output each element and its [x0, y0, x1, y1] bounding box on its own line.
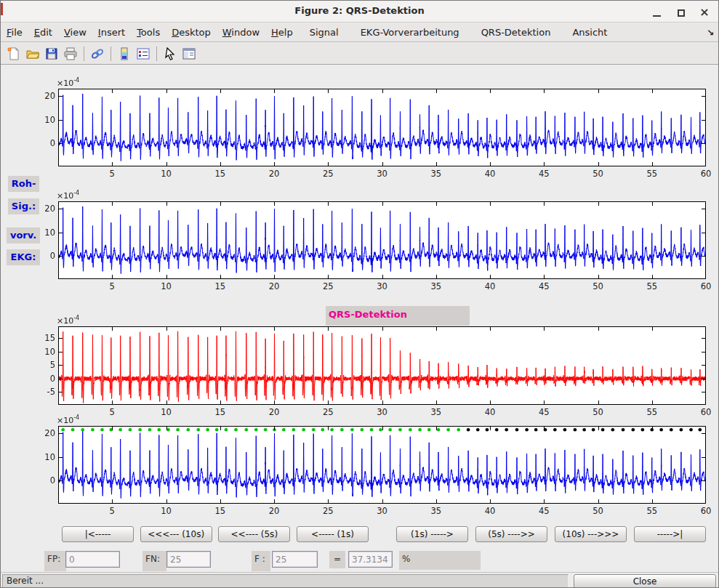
x-tick-label: 15	[209, 169, 231, 179]
x-tick-label: 45	[533, 506, 555, 516]
x-tick-label: 15	[209, 506, 231, 516]
back-10s-button[interactable]: <<<--- (10s)	[140, 526, 212, 542]
y-tick-label: 5	[35, 360, 55, 370]
menu-item-window[interactable]: Window	[217, 23, 265, 42]
toolbar-separator	[156, 47, 157, 61]
menu-item-view[interactable]: View	[58, 23, 92, 42]
x-tick-label: 50	[587, 169, 609, 179]
x-tick-label: 20	[263, 407, 285, 417]
x-tick-label: 45	[533, 407, 555, 417]
fwd-5s-button[interactable]: (5s) ---->>	[475, 526, 547, 542]
menu-item-tools[interactable]: Tools	[131, 23, 166, 42]
minimize-button[interactable]	[647, 6, 666, 18]
menu-item-qrs-detektion[interactable]: QRS-Detektion	[470, 23, 562, 42]
y-axis-exponent-label: ×10-4	[57, 77, 79, 88]
x-tick-label: 20	[263, 506, 285, 516]
y-tick-label: 0	[35, 251, 55, 261]
y-tick-label: 15	[35, 333, 55, 343]
x-tick-label: 35	[425, 169, 447, 179]
x-tick-label: 55	[641, 281, 663, 291]
y-tick-label: 20	[35, 91, 55, 101]
x-tick-label: 5	[101, 281, 123, 291]
x-tick-label: 10	[156, 281, 177, 291]
x-tick-label: 55	[641, 169, 663, 179]
titlebar: Figure 2: QRS-Detektion ×	[1, 1, 718, 23]
preprocessed-ecg-plot-container: 5101520253035404550556020100×10-4	[58, 201, 706, 294]
maximize-button[interactable]	[672, 6, 691, 18]
menubar: FileEditViewInsertToolsDesktopWindowHelp…	[1, 23, 718, 42]
y-tick-label: 10	[35, 227, 55, 238]
insert-legend-icon[interactable]	[134, 45, 152, 63]
menu-item-help[interactable]: Help	[265, 23, 299, 42]
insert-colorbar-icon[interactable]	[116, 45, 133, 63]
y-tick-label: 0	[35, 138, 55, 148]
ratio-input[interactable]	[348, 551, 393, 568]
x-tick-label: 25	[317, 407, 339, 417]
fn-input[interactable]	[166, 551, 211, 568]
x-tick-label: 15	[209, 281, 231, 291]
y-tick-label: 0	[35, 374, 55, 384]
f-input[interactable]	[272, 551, 318, 568]
menu-item-signal[interactable]: Signal	[299, 23, 350, 42]
back-1s-button[interactable]: <----- (1s)	[297, 526, 369, 542]
menu-item-edit[interactable]: Edit	[28, 23, 58, 42]
menu-item-insert[interactable]: Insert	[92, 23, 131, 42]
nav-buttons-left-group: |<-----<<<--- (10s)<<---- (5s)<----- (1s…	[62, 526, 369, 542]
x-tick-label: 50	[587, 281, 609, 291]
back-5s-button[interactable]: <<---- (5s)	[218, 526, 290, 542]
nav-buttons-right-group: (1s) ----->(5s) ---->>(10s) --->>>----->…	[396, 526, 706, 542]
detection-result-plot-container: 5101520253035404550556020100×10-4	[58, 426, 706, 518]
x-tick-label: 10	[156, 169, 177, 179]
percent-label: %	[399, 551, 481, 570]
close-button[interactable]: Close	[574, 574, 716, 588]
fp-input[interactable]	[65, 551, 120, 568]
y-axis-exponent-label: ×10-4	[57, 190, 79, 201]
minimize-icon	[653, 15, 661, 17]
fn-label: FN:	[142, 551, 166, 571]
print-figure-icon[interactable]	[62, 45, 79, 63]
x-tick-label: 55	[641, 506, 663, 516]
x-tick-label: 5	[101, 169, 123, 179]
equals-label: =	[329, 551, 345, 568]
y-tick-label: 10	[35, 347, 55, 357]
x-tick-label: 40	[479, 407, 501, 417]
close-window-button[interactable]: ×	[695, 6, 714, 18]
detection-result-plot	[58, 426, 706, 504]
link-plot-icon[interactable]	[89, 45, 106, 63]
x-tick-label: 45	[533, 281, 555, 291]
f-label: F :	[252, 551, 270, 571]
y-axis-exponent-label: ×10-4	[57, 315, 79, 326]
window-title: Figure 2: QRS-Detektion	[1, 5, 718, 16]
toolbar-separator	[84, 47, 84, 61]
menu-item-ansicht[interactable]: Ansicht	[561, 23, 618, 42]
x-tick-label: 30	[371, 407, 393, 417]
menu-overflow-icon[interactable]: ↘	[707, 23, 714, 42]
x-tick-label: 40	[479, 281, 501, 291]
edit-plot-icon[interactable]	[161, 45, 179, 63]
menu-item-file[interactable]: File	[1, 23, 28, 42]
x-tick-label: 25	[317, 169, 339, 179]
fwd-10s-button[interactable]: (10s) --->>>	[555, 526, 627, 542]
x-tick-label: 25	[317, 281, 339, 291]
save-figure-icon[interactable]	[43, 45, 60, 63]
toolbar	[1, 43, 718, 65]
menu-item-ekg-vorverarbeitung[interactable]: EKG-Vorverarbeitung	[350, 23, 470, 42]
x-tick-label: 55	[641, 407, 663, 417]
figure-window: Figure 2: QRS-Detektion × FileEditViewIn…	[0, 0, 719, 588]
go-start-button[interactable]: |<-----	[62, 526, 134, 542]
x-tick-label: 40	[479, 506, 501, 516]
menu-item-desktop[interactable]: Desktop	[166, 23, 217, 42]
x-tick-label: 30	[371, 169, 393, 179]
raw-signal-label-line1: Roh-	[8, 176, 39, 192]
go-end-button[interactable]: ----->|	[634, 526, 706, 542]
new-figure-icon[interactable]	[5, 45, 23, 63]
open-file-icon[interactable]	[24, 45, 41, 63]
x-tick-label: 10	[156, 506, 177, 516]
qrs-plot-title: QRS-Detektion	[329, 309, 407, 320]
x-tick-label: 60	[695, 169, 717, 179]
y-tick-label: -5	[35, 387, 55, 397]
x-tick-label: 45	[533, 169, 555, 179]
property-editor-icon[interactable]	[180, 45, 198, 63]
y-tick-label: 0	[35, 475, 55, 486]
fwd-1s-button[interactable]: (1s) ----->	[396, 526, 468, 542]
